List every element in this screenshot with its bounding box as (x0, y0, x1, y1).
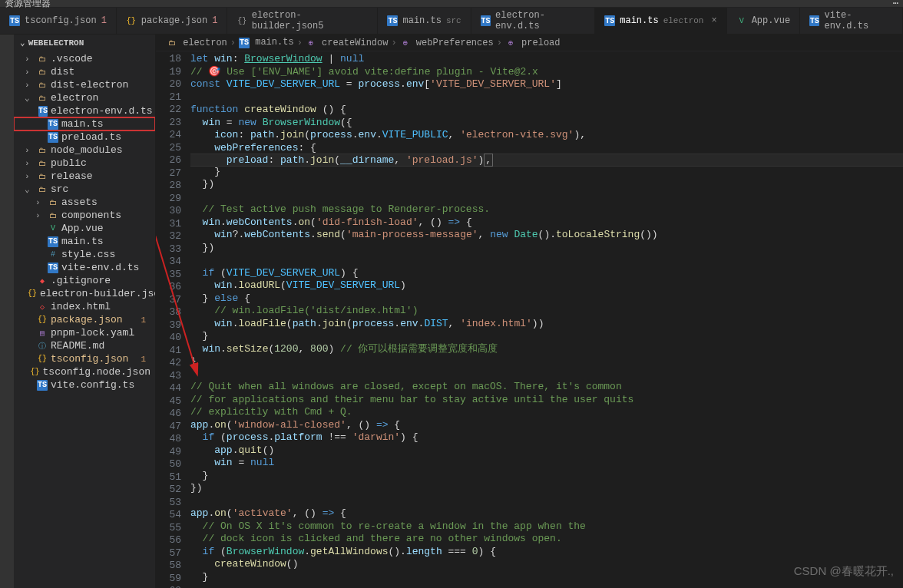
code-line[interactable]: // On OS X it's common to re-create a wi… (190, 520, 903, 533)
code-line[interactable] (190, 583, 903, 588)
breadcrumb-item[interactable]: TS main.ts (239, 37, 294, 48)
tree-item-components[interactable]: ›🗀components (14, 209, 155, 222)
tree-item-electron[interactable]: ⌄🗀electron (14, 91, 155, 104)
code-line[interactable]: win.setSize(1200, 800) // 你可以根据需要调整宽度和高度 (190, 343, 903, 356)
tree-item-node_modules[interactable]: ›🗀node_modules (14, 144, 155, 157)
code-line[interactable]: // win.loadFile('dist/index.html') (190, 305, 903, 318)
tree-item-package-json[interactable]: {}package.json1 (14, 313, 155, 326)
code-line[interactable] (190, 191, 903, 204)
code-content[interactable]: let win: BrowserWindow | null// 🎯 Use ['… (190, 53, 903, 588)
tree-item-dist[interactable]: ›🗀dist (14, 65, 155, 78)
code-line[interactable]: // Quit when all windows are closed, exc… (190, 381, 903, 394)
code-line[interactable]: win = new BrowserWindow({ (190, 117, 903, 130)
chevron-down-icon: ⌄ (20, 38, 25, 48)
tree-item-release[interactable]: ›🗀release (14, 170, 155, 183)
code-line[interactable] (190, 254, 903, 267)
tree-item-README-md[interactable]: ⓘREADME.md (14, 339, 155, 352)
code-line[interactable]: app.on('window-all-closed', () => { (190, 419, 903, 432)
tree-item-public[interactable]: ›🗀public (14, 157, 155, 170)
tab-electron-builder-json5[interactable]: {}electron-builder.json5 (227, 8, 378, 34)
chevron-icon: › (25, 172, 34, 181)
tree-item-vite-env-d-ts[interactable]: TSvite-env.d.ts (14, 261, 155, 274)
code-editor[interactable]: 1819202122232425262728293031323334353637… (156, 51, 903, 588)
tab-main-ts[interactable]: TSmain.tselectron× (595, 8, 726, 34)
code-line[interactable]: preload: path.join(__dirname, 'preload.j… (190, 154, 903, 167)
tree-item--vscode[interactable]: ›🗀.vscode (14, 52, 155, 65)
code-line[interactable]: win.webContents.on('did-finish-load', ()… (190, 216, 903, 230)
breadcrumb-item[interactable]: ⊕ webPreferences (400, 38, 494, 48)
code-line[interactable]: }) (190, 242, 903, 255)
code-line[interactable]: } (190, 330, 903, 343)
tree-item--gitignore[interactable]: ◆.gitignore (14, 274, 155, 287)
close-icon[interactable]: × (711, 15, 716, 26)
tree-item-preload-ts[interactable]: TSpreload.ts (14, 130, 155, 144)
code-line[interactable]: win.loadFile(path.join(process.env.DIST,… (190, 318, 903, 331)
tree-label: electron (51, 92, 98, 104)
tree-item-tsconfig-json[interactable]: {}tsconfig.json1 (14, 352, 155, 365)
tree-item-main-ts[interactable]: TSmain.ts (14, 117, 155, 130)
breadcrumb-item[interactable]: ⊕ preload (505, 38, 561, 48)
tree-item-index-html[interactable]: ◇index.html (14, 300, 155, 313)
tree-item-App-vue[interactable]: VApp.vue (14, 222, 155, 235)
chevron-right-icon: › (391, 38, 396, 48)
tab-electron-env-d-ts[interactable]: TSelectron-env.d.ts (471, 8, 596, 34)
tree-item-electron-env-d-ts[interactable]: TSelectron-env.d.ts (14, 104, 155, 117)
tab-package-json[interactable]: {}package.json1 (117, 8, 228, 34)
code-line[interactable] (190, 495, 903, 508)
tree-item-style-css[interactable]: #style.css (14, 248, 155, 261)
tree-item-vite-config-ts[interactable]: TSvite.config.ts (14, 378, 155, 391)
code-line[interactable]: }) (190, 178, 903, 191)
code-line[interactable]: } (190, 470, 903, 483)
code-line[interactable]: // dock icon is clicked and there are no… (190, 533, 903, 546)
git-indicator: 1 (141, 355, 150, 364)
chevron-icon: › (25, 159, 34, 168)
breadcrumb-item[interactable]: ⊕ createWindow (306, 38, 389, 48)
code-line[interactable]: } else { (190, 292, 903, 306)
tree-item-dist-electron[interactable]: ›🗀dist-electron (14, 78, 155, 91)
activity-bar[interactable] (0, 35, 14, 588)
code-line[interactable]: win = null (190, 457, 903, 470)
code-line[interactable]: let win: BrowserWindow | null (190, 53, 903, 66)
code-line[interactable]: if (BrowserWindow.getAllWindows().length… (190, 546, 903, 559)
tree-item-electron-builder-json5[interactable]: {}electron-builder.json5 (14, 287, 155, 300)
code-line[interactable]: app.quit() (190, 444, 903, 458)
tree-label: vite-env.d.ts (61, 262, 139, 273)
code-line[interactable]: const VITE_DEV_SERVER_URL = process.env[… (190, 78, 903, 91)
code-line[interactable]: } (190, 355, 903, 368)
code-line[interactable]: } (190, 166, 903, 179)
chevron-icon: › (35, 198, 45, 207)
chevron-right-icon: › (497, 38, 502, 48)
tree-item-main-ts[interactable]: TSmain.ts (14, 235, 155, 248)
tab-main-ts[interactable]: TSmain.tssrc (378, 8, 471, 34)
chevron-icon: › (25, 81, 34, 90)
tree-label: pnpm-lock.yaml (51, 327, 134, 339)
code-line[interactable]: if (process.platform !== 'darwin') { (190, 431, 903, 444)
watermark: CSDN @春暖花开., (794, 564, 894, 579)
code-line[interactable] (190, 91, 903, 104)
tree-item-pnpm-lock-yaml[interactable]: ▤pnpm-lock.yaml (14, 326, 155, 339)
explorer-title[interactable]: ⌄ WEBELECTRON (14, 35, 155, 51)
code-line[interactable]: // for applications and their menu bar t… (190, 394, 903, 407)
code-line[interactable]: webPreferences: { (190, 142, 903, 155)
code-line[interactable]: icon: path.join(process.env.VITE_PUBLIC,… (190, 129, 903, 142)
tree-label: main.ts (61, 236, 104, 247)
code-line[interactable] (190, 368, 903, 382)
code-line[interactable]: function createWindow () { (190, 104, 903, 117)
tab-label: vite-env.d.ts (824, 10, 893, 31)
code-line[interactable]: if (VITE_DEV_SERVER_URL) { (190, 267, 903, 280)
tab-tsconfig-json[interactable]: TStsconfig.json1 (0, 8, 117, 34)
tree-item-tsconfig-node-json[interactable]: {}tsconfig.node.json (14, 365, 155, 378)
tree-item-assets[interactable]: ›🗀assets (14, 196, 155, 209)
code-line[interactable]: win?.webContents.send('main-process-mess… (190, 229, 903, 242)
tab-App-vue[interactable]: VApp.vue (727, 8, 800, 34)
code-line[interactable]: win.loadURL(VITE_DEV_SERVER_URL) (190, 279, 903, 292)
code-line[interactable]: // explicitly with Cmd + Q. (190, 406, 903, 419)
code-line[interactable]: // Test active push message to Renderer-… (190, 203, 903, 216)
breadcrumb[interactable]: 🗀 electron›TS main.ts›⊕ createWindow›⊕ w… (156, 35, 903, 51)
code-line[interactable]: app.on('activate', () => { (190, 507, 903, 520)
tab-vite-env-d-ts[interactable]: TSvite-env.d.ts (800, 8, 903, 34)
code-line[interactable]: }) (190, 482, 903, 495)
tree-item-src[interactable]: ⌄🗀src (14, 183, 155, 196)
breadcrumb-item[interactable]: 🗀 electron (167, 38, 227, 48)
code-line[interactable]: // 🎯 Use ['ENV_NAME'] avoid vite:define … (190, 66, 903, 79)
